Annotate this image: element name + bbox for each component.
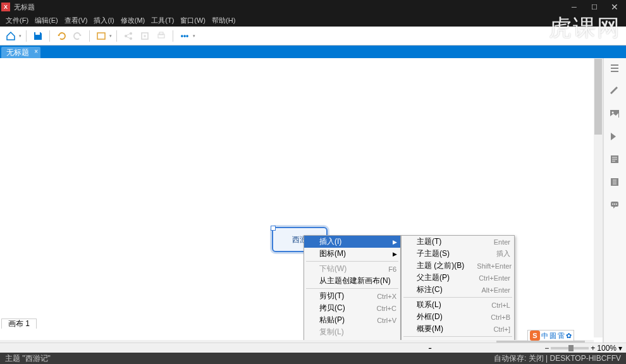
statusbar: 主题 "西游记" 自动保存: 关闭 | DESKTOP-HIBCFFV [0,353,626,364]
dropdown-arrow-icon[interactable]: ▾ [109,33,112,39]
home-button[interactable] [4,29,18,43]
zoom-bar: − + 100% ▾ [0,343,626,353]
zoom-in-button[interactable]: + [591,344,595,353]
save-button[interactable] [31,29,45,43]
tab-close-icon[interactable]: × [34,48,38,55]
app-icon: X [1,3,10,11]
new-sheet-button[interactable] [94,29,108,43]
tabbar: 无标题 × [0,46,626,58]
menu-item[interactable]: 联系(L)Ctrl+L [402,299,514,311]
redo-button[interactable] [71,29,85,43]
minimize-button[interactable]: ─ [564,1,584,13]
menu-item[interactable]: 从主题创建新画布(N)Ctrl+Alt+T [304,275,400,287]
menu-item[interactable]: 父主题(P)Ctrl+Enter [402,272,514,284]
zoom-dropdown[interactable]: ▾ [618,344,622,353]
zoom-value[interactable]: 100% [597,344,617,353]
menu-item[interactable]: 剪切(T)Ctrl+X [304,290,400,302]
window-title: 无标题 [14,3,564,12]
menubar: 文件(F) 编辑(E) 查看(V) 插入(I) 修改(M) 工具(T) 窗口(W… [0,14,626,27]
svg-point-13 [614,203,615,205]
menu-item: 下钻(W)F6 [304,263,400,275]
maximize-button[interactable]: ☐ [584,1,605,13]
menu-help[interactable]: 帮助(H) [209,16,238,25]
svg-point-8 [611,112,613,114]
notes-icon[interactable] [610,154,621,166]
canvas-sheet-tab[interactable]: 画布 1 [1,318,37,329]
share-button[interactable] [121,29,135,43]
menu-insert[interactable]: 插入(I) [90,16,117,25]
menu-window[interactable]: 窗口(W) [177,16,209,25]
canvas[interactable]: 西游 插入(I)▶图标(M)▶下钻(W)F6从主题创建新画布(N)Ctrl+Al… [1,59,601,337]
menu-file[interactable]: 文件(F) [3,16,32,25]
outline-icon[interactable] [610,63,621,75]
menu-item[interactable]: 插入(I)▶ [304,236,400,248]
print-button[interactable] [154,29,168,43]
menu-item[interactable]: 外框(D)Ctrl+B [402,311,514,323]
svg-point-14 [616,203,617,205]
task-icon[interactable] [610,177,621,188]
menu-item[interactable]: 子主题(S)插入 [402,248,514,260]
vertical-scrollbar[interactable] [594,58,603,337]
svg-rect-0 [97,33,105,39]
tab-label: 无标题 [6,47,29,58]
format-icon[interactable] [610,86,621,97]
menu-item[interactable]: 概要(M)Ctrl+] [402,323,514,335]
more-button[interactable]: ••• [178,29,192,43]
menu-item[interactable]: 主题(T)Enter [402,236,514,248]
zoom-out-button[interactable]: − [544,344,549,353]
menu-item[interactable]: 标注(C)Alt+Enter [402,284,514,296]
menu-item[interactable]: 粘贴(P)Ctrl+V [304,314,400,326]
menu-view[interactable]: 查看(V) [61,16,91,25]
status-left: 主题 "西游记" [5,353,51,364]
export-button[interactable] [138,29,152,43]
menu-tools[interactable]: 工具(T) [148,16,177,25]
menu-item[interactable]: 主题 (之前)(B)Shift+Enter [402,260,514,272]
menu-edit[interactable]: 编辑(E) [32,16,61,25]
right-sidebar [603,58,626,349]
context-menu: 插入(I)▶图标(M)▶下钻(W)F6从主题创建新画布(N)Ctrl+Alt+T… [304,235,401,349]
insert-submenu: 主题(T)Enter子主题(S)插入主题 (之前)(B)Shift+Enter父… [401,235,515,349]
close-button[interactable]: ✕ [605,1,625,13]
marker-icon[interactable] [610,131,621,143]
document-tab[interactable]: 无标题 × [1,47,40,58]
menu-item[interactable]: 拷贝(C)Ctrl+C [304,302,400,314]
undo-button[interactable] [54,29,68,43]
comments-icon[interactable] [610,200,621,211]
image-icon[interactable] [610,109,621,120]
svg-point-12 [612,203,613,205]
dropdown-arrow-icon[interactable]: ▾ [193,33,195,39]
menu-item[interactable]: 图标(M)▶ [304,248,400,260]
ime-toolbar[interactable]: S 中 圆 雷 ✿ [527,330,574,341]
toolbar: ▾ ▾ ••• ▾ [0,27,626,46]
menu-item: 复制(L) [304,326,400,338]
dropdown-arrow-icon[interactable]: ▾ [19,33,21,39]
menu-modify[interactable]: 修改(M) [118,16,149,25]
status-right: 自动保存: 关闭 | DESKTOP-HIBCFFV [494,353,621,364]
